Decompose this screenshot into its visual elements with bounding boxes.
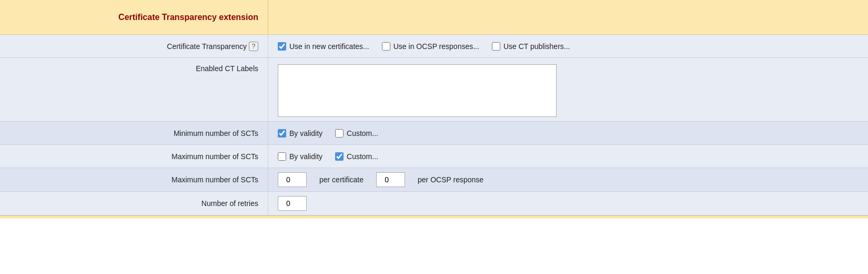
use-ct-publishers-checkbox[interactable] (492, 42, 500, 51)
page-wrapper: Certificate Transparency extension Certi… (0, 0, 868, 274)
max-custom-checkbox[interactable] (335, 152, 344, 161)
max-scts-values-label-cell: Maximum number of SCTs (0, 168, 268, 191)
per-certificate-text: per certificate (319, 175, 364, 184)
use-ocsp-checkbox[interactable] (382, 42, 390, 51)
ct-label-cell: Certificate Transparency ? (0, 35, 268, 57)
use-new-certs-label[interactable]: Use in new certificates... (278, 42, 369, 51)
extension-title: Certificate Transparency extension (118, 13, 258, 22)
min-custom-checkbox[interactable] (335, 129, 344, 138)
min-scts-row: Minimum number of SCTs By validity Custo… (0, 122, 868, 145)
min-by-validity-text: By validity (289, 129, 322, 138)
content-area: Certificate Transparency ? Use in new ce… (0, 35, 868, 216)
max-scts-label: Maximum number of SCTs (171, 152, 258, 161)
ct-labels-textarea[interactable] (278, 64, 557, 117)
max-custom-label[interactable]: Custom... (335, 152, 378, 161)
header-title-cell: Certificate Transparency extension (0, 0, 268, 34)
ct-checkboxes-row: Certificate Transparency ? Use in new ce… (0, 35, 868, 58)
bottom-border (0, 216, 868, 219)
per-ocsp-input[interactable] (376, 172, 405, 187)
max-custom-text: Custom... (347, 152, 378, 161)
per-certificate-input[interactable] (278, 172, 307, 187)
use-ocsp-label[interactable]: Use in OCSP responses... (382, 42, 479, 51)
use-ct-publishers-text: Use CT publishers... (503, 42, 570, 51)
max-by-validity-text: By validity (289, 152, 322, 161)
max-scts-values-label: Maximum number of SCTs (171, 175, 258, 184)
use-new-certs-checkbox[interactable] (278, 42, 286, 51)
header-row: Certificate Transparency extension (0, 0, 868, 35)
per-ocsp-text: per OCSP response (418, 175, 483, 184)
min-scts-label: Minimum number of SCTs (174, 129, 258, 138)
min-custom-label[interactable]: Custom... (335, 129, 378, 138)
retries-label-cell: Number of retries (0, 192, 268, 215)
min-scts-label-cell: Minimum number of SCTs (0, 122, 268, 144)
ct-value-cell: Use in new certificates... Use in OCSP r… (268, 35, 868, 57)
ct-labels-row: Enabled CT Labels (0, 58, 868, 122)
ct-label: Certificate Transparency (167, 42, 247, 51)
max-by-validity-label[interactable]: By validity (278, 152, 322, 161)
min-by-validity-checkbox[interactable] (278, 129, 286, 138)
max-scts-row: Maximum number of SCTs By validity Custo… (0, 145, 868, 168)
retries-row: Number of retries (0, 192, 868, 216)
ct-labels-label-cell: Enabled CT Labels (0, 58, 268, 121)
retries-value-cell (268, 192, 868, 215)
min-scts-value-cell: By validity Custom... (268, 122, 868, 144)
retries-label: Number of retries (201, 199, 258, 208)
ct-labels-label: Enabled CT Labels (196, 64, 258, 73)
use-ct-publishers-label[interactable]: Use CT publishers... (492, 42, 570, 51)
retries-input[interactable] (278, 196, 307, 211)
max-scts-values-row: Maximum number of SCTs per certificate p… (0, 168, 868, 192)
min-by-validity-label[interactable]: By validity (278, 129, 322, 138)
ct-labels-value-cell (268, 58, 868, 121)
max-scts-value-cell: By validity Custom... (268, 145, 868, 168)
use-ocsp-text: Use in OCSP responses... (393, 42, 479, 51)
max-scts-values-value-cell: per certificate per OCSP response (268, 168, 868, 191)
max-scts-label-cell: Maximum number of SCTs (0, 145, 268, 168)
help-badge[interactable]: ? (249, 42, 258, 51)
min-custom-text: Custom... (347, 129, 378, 138)
max-by-validity-checkbox[interactable] (278, 152, 286, 161)
header-content-area (268, 0, 868, 34)
use-new-certs-text: Use in new certificates... (289, 42, 369, 51)
